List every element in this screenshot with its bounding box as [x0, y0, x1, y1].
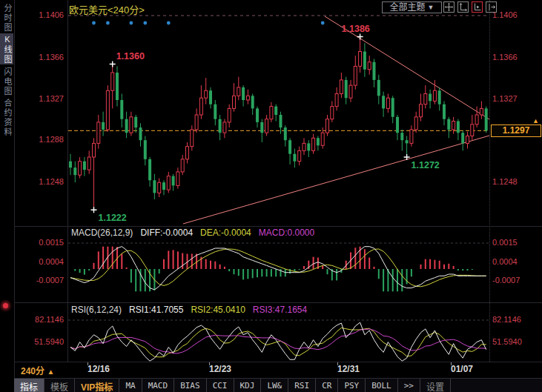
crosshair-move-icon[interactable] [443, 1, 455, 13]
price-tick-left: 1.1288 [15, 135, 64, 144]
date-label: 12/16 [87, 364, 110, 374]
rsi-tick-right: 82.1146 [492, 315, 521, 325]
alert-sun-icon[interactable] [3, 303, 8, 308]
toolbar-item-4[interactable]: MA [119, 379, 142, 392]
date-tick-mark [337, 362, 338, 365]
macd-tick-right: -0.0007 [492, 276, 520, 285]
date-label: 12/31 [337, 364, 360, 374]
axis-play-icon[interactable] [472, 1, 483, 13]
signal-dot [106, 21, 110, 25]
macd-rsi-divider [14, 302, 542, 303]
toolbar-item-10[interactable]: RSI [288, 379, 316, 392]
plot-right-border [489, 0, 490, 362]
toolbar-item-5[interactable]: MACD [142, 379, 175, 392]
extreme-price-label: 1.1360 [116, 51, 145, 62]
indicator-toolbar: 指标模板VIP指标MAMACDBIASCCIKDJLW&RSICRPSYBOLL… [14, 378, 542, 392]
signal-dot [167, 21, 171, 25]
rsi-tick-left: 82.1146 [15, 315, 64, 325]
rsi-tick-left: 51.5940 [15, 337, 64, 347]
chart-type-sidebar: 分时图K线图闪电图合约资料 [0, 0, 13, 392]
indicator-value-label: DEA:-0.0004 [200, 227, 251, 238]
sidebar-tab-2[interactable]: K线图 [0, 33, 13, 64]
macd-tick-right: 0.0004 [492, 257, 518, 267]
rsi-indicator-header: RSI(6,12,24)RSI1:41.7055RSI2:45.0410RSI3… [71, 305, 314, 315]
toolbar-item-7[interactable]: CCI [207, 379, 234, 392]
trading-app-window: 分时图K线图闪电图合约资料 欧元美元<240分> 全部主题 ▼ 1.13601.… [0, 0, 542, 392]
date-tick-mark [87, 362, 88, 365]
toolbar-item-9[interactable]: LW& [261, 379, 288, 392]
price-tick-right: 1.1248 [492, 177, 518, 187]
period-up-arrow-icon: ▲ [47, 368, 54, 376]
shift-right-icon[interactable] [486, 1, 497, 13]
toolbar-item-13[interactable]: BOLL [366, 379, 398, 392]
toolbar-item-6[interactable]: BIAS [174, 379, 207, 392]
axis-scale-icon[interactable] [457, 1, 469, 13]
macd-tick-left: 0.0015 [15, 238, 64, 248]
date-label: 01/07 [451, 364, 473, 374]
period-selector[interactable]: 240分 ▲ [21, 364, 54, 376]
indicator-value-label: RSI1:41.7055 [129, 305, 183, 315]
signal-dot [130, 21, 133, 25]
indicator-value-label: MACD:0.0000 [259, 227, 314, 238]
date-tick-mark [209, 362, 210, 365]
toolbar-item-1[interactable]: 指标 [14, 379, 44, 392]
sidebar-tab-3[interactable]: 闪电图 [0, 65, 13, 96]
theme-dropdown-label: 全部主题 [390, 2, 426, 13]
toolbar-item-14[interactable]: >> [398, 379, 420, 392]
extreme-price-label: 1.1272 [412, 160, 440, 170]
main-macd-divider [14, 226, 542, 227]
candlestick-chart[interactable]: 1.13601.12221.13861.1272 [68, 6, 489, 225]
toolbar-item-12[interactable]: PSY [338, 379, 366, 392]
indicator-value-label: DIFF:-0.0004 [140, 227, 193, 238]
toolbar-item-8[interactable]: KDJ [234, 379, 262, 392]
date-label: 12/23 [209, 364, 231, 374]
macd-indicator-header: MACD(26,12,9)DIFF:-0.0004DEA:-0.0004MACD… [71, 227, 322, 238]
theme-dropdown-button[interactable]: 全部主题 ▼ [382, 1, 442, 13]
signal-dot [143, 21, 147, 25]
signal-dot [92, 21, 96, 25]
indicator-value-label: MACD(26,12,9) [71, 227, 133, 238]
extreme-price-label: 1.1386 [342, 24, 370, 34]
indicator-value-label: RSI3:47.1654 [253, 305, 307, 315]
extreme-cross-marker [91, 207, 97, 213]
price-tick-left: 1.1366 [15, 53, 64, 62]
chevron-down-icon: ▼ [428, 2, 434, 13]
price-tick-right: 1.1366 [492, 53, 518, 62]
last-price-tag: 1.1297 [491, 124, 541, 137]
macd-chart[interactable] [68, 230, 489, 301]
price-tick-left: 1.1327 [15, 94, 64, 104]
date-tick-mark [451, 362, 452, 365]
toolbar-item-3[interactable]: VIP指标 [75, 379, 119, 392]
price-tick-right: 1.1327 [492, 94, 518, 104]
price-tick-left: 1.1406 [15, 10, 64, 20]
ascending-support [183, 136, 489, 224]
period-label: 240分 [21, 366, 44, 376]
toolbar-item-15[interactable]: 设置 [420, 379, 451, 392]
extreme-cross-marker [110, 62, 116, 67]
rsi-tick-right: 51.5940 [492, 337, 522, 347]
extreme-price-label: 1.1222 [99, 213, 127, 223]
toolbar-item-2[interactable]: 模板 [44, 379, 75, 392]
sidebar-tab-1[interactable]: 分时图 [0, 1, 13, 33]
extreme-cross-marker [357, 34, 363, 40]
macd-tick-left: -0.0007 [15, 276, 64, 285]
sidebar-tab-4[interactable]: 合约资料 [0, 97, 13, 137]
indicator-value-label: RSI(6,12,24) [71, 305, 122, 315]
last-price-arrow-icon: ▲ [532, 117, 539, 124]
indicator-value-label: RSI2:45.0410 [191, 305, 245, 315]
price-tick-left: 1.1248 [15, 177, 64, 187]
macd-tick-left: 0.0004 [15, 257, 64, 267]
toolbar-item-11[interactable]: CR [316, 379, 338, 392]
macd-tick-right: 0.0015 [492, 238, 518, 248]
signal-dot [321, 21, 325, 25]
rsi-dates-divider [14, 362, 542, 362]
